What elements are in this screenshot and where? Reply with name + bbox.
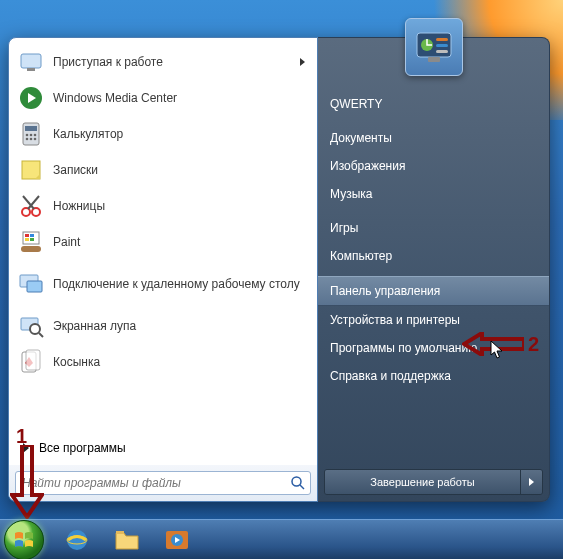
svg-rect-39 (116, 531, 124, 534)
submenu-arrow-icon (300, 58, 305, 66)
right-item-documents[interactable]: Документы (318, 124, 549, 152)
taskbar-explorer[interactable] (104, 525, 150, 555)
right-item-user-name[interactable]: QWERTY (318, 90, 549, 118)
svg-rect-20 (30, 238, 34, 241)
right-item-label: Панель управления (330, 284, 440, 298)
svg-rect-1 (27, 68, 35, 71)
start-button[interactable] (4, 520, 44, 560)
shutdown-button[interactable]: Завершение работы (325, 470, 520, 494)
start-menu-right-pane: QWERTYДокументыИзображенияМузыкаИгрыКомп… (318, 37, 550, 502)
svg-line-30 (300, 485, 304, 489)
taskbar (0, 519, 563, 559)
right-item-label: Игры (330, 221, 358, 235)
chevron-right-icon (529, 478, 534, 486)
right-item-label: Компьютер (330, 249, 392, 263)
search-icon (290, 475, 306, 491)
svg-point-7 (34, 134, 37, 137)
paint-icon (17, 228, 45, 256)
search-input[interactable] (22, 476, 290, 490)
all-programs-label: Все программы (39, 441, 126, 455)
program-label: Paint (53, 235, 80, 249)
control-panel-icon (414, 27, 454, 67)
folder-icon (114, 529, 140, 551)
right-pane-list: QWERTYДокументыИзображенияМузыкаИгрыКомп… (318, 90, 549, 463)
svg-point-6 (30, 134, 33, 137)
program-label: Записки (53, 163, 98, 177)
shutdown-options-button[interactable] (520, 470, 542, 494)
svg-rect-35 (436, 50, 448, 53)
program-label: Подключение к удаленному рабочему столу (53, 277, 300, 291)
program-item-snipping[interactable]: Ножницы (11, 188, 315, 224)
calculator-icon (17, 120, 45, 148)
svg-rect-28 (26, 350, 40, 370)
program-label: Экранная лупа (53, 319, 136, 333)
program-item-sticky-notes[interactable]: Записки (11, 152, 315, 188)
snipping-icon (17, 192, 45, 220)
rdp-icon (17, 270, 45, 298)
search-box[interactable] (15, 471, 311, 495)
svg-rect-11 (22, 161, 40, 179)
right-item-label: Программы по умолчанию (330, 341, 477, 355)
shutdown-label: Завершение работы (370, 476, 474, 488)
svg-rect-36 (428, 57, 440, 62)
right-item-devices-printers[interactable]: Устройства и принтеры (318, 306, 549, 334)
right-item-games[interactable]: Игры (318, 214, 549, 242)
magnifier-icon (17, 312, 45, 340)
right-item-label: Устройства и принтеры (330, 313, 460, 327)
right-item-label: Документы (330, 131, 392, 145)
right-item-control-panel[interactable]: Панель управления (318, 276, 549, 306)
program-list: Приступая к работеWindows Media CenterКа… (9, 38, 317, 431)
svg-rect-34 (436, 44, 448, 47)
solitaire-icon (17, 348, 45, 376)
right-item-label: Музыка (330, 187, 372, 201)
svg-rect-4 (25, 126, 37, 131)
svg-rect-18 (30, 234, 34, 237)
svg-point-8 (26, 138, 29, 141)
program-label: Калькулятор (53, 127, 123, 141)
taskbar-internet-explorer[interactable] (54, 525, 100, 555)
right-item-default-programs[interactable]: Программы по умолчанию (318, 334, 549, 362)
taskbar-media-player[interactable] (154, 525, 200, 555)
shutdown-area: Завершение работы (318, 463, 549, 501)
svg-point-9 (30, 138, 33, 141)
program-item-getting-started[interactable]: Приступая к работе (11, 44, 315, 80)
program-item-solitaire[interactable]: Косынка (11, 344, 315, 380)
svg-point-29 (292, 477, 301, 486)
right-item-music[interactable]: Музыка (318, 180, 549, 208)
svg-rect-17 (25, 234, 29, 237)
wmp-icon (164, 529, 190, 551)
program-label: Косынка (53, 355, 100, 369)
program-item-rdp[interactable]: Подключение к удаленному рабочему столу (11, 260, 315, 308)
start-menu: Приступая к работеWindows Media CenterКа… (8, 37, 550, 502)
user-picture-tile[interactable] (405, 18, 463, 76)
media-center-icon (17, 84, 45, 112)
windows-logo-icon (13, 529, 35, 551)
program-label: Приступая к работе (53, 55, 163, 69)
right-item-label: QWERTY (330, 97, 382, 111)
right-item-help-support[interactable]: Справка и поддержка (318, 362, 549, 390)
svg-rect-19 (25, 238, 29, 241)
program-label: Ножницы (53, 199, 105, 213)
ie-icon (64, 527, 90, 553)
program-item-paint[interactable]: Paint (11, 224, 315, 260)
all-programs-arrow-icon (23, 443, 29, 453)
getting-started-icon (17, 48, 45, 76)
all-programs-button[interactable]: Все программы (9, 431, 317, 465)
svg-rect-23 (27, 281, 42, 292)
shutdown-split-button: Завершение работы (324, 469, 543, 495)
program-label: Windows Media Center (53, 91, 177, 105)
svg-point-5 (26, 134, 29, 137)
right-item-pictures[interactable]: Изображения (318, 152, 549, 180)
program-item-calculator[interactable]: Калькулятор (11, 116, 315, 152)
program-item-media-center[interactable]: Windows Media Center (11, 80, 315, 116)
svg-line-26 (39, 333, 43, 337)
start-menu-left-pane: Приступая к работеWindows Media CenterКа… (8, 37, 318, 502)
program-item-magnifier[interactable]: Экранная лупа (11, 308, 315, 344)
svg-point-10 (34, 138, 37, 141)
right-item-label: Изображения (330, 159, 405, 173)
svg-rect-33 (436, 38, 448, 41)
right-item-label: Справка и поддержка (330, 369, 451, 383)
sticky-notes-icon (17, 156, 45, 184)
right-item-computer[interactable]: Компьютер (318, 242, 549, 270)
svg-rect-0 (21, 54, 41, 68)
